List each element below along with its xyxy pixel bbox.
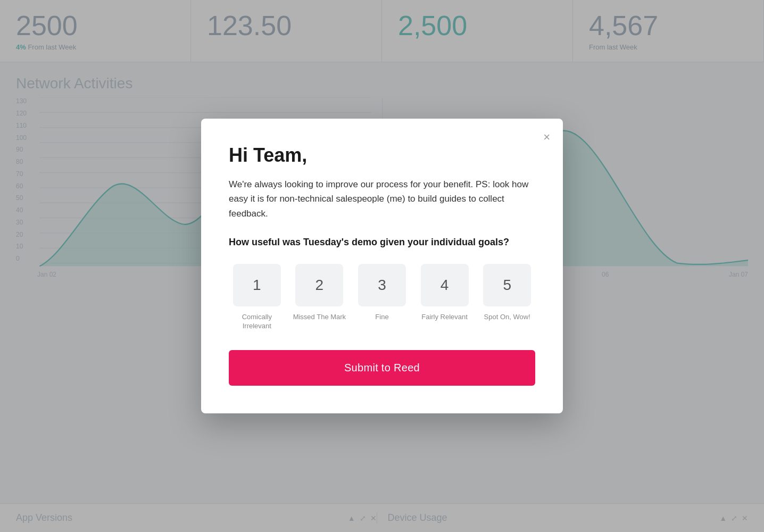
rating-label-1: Comically Irrelevant — [229, 313, 285, 331]
rating-option-4[interactable]: 4Fairly Relevant — [417, 264, 473, 331]
rating-label-2: Missed The Mark — [293, 313, 346, 322]
rating-option-5[interactable]: 5Spot On, Wow! — [479, 264, 535, 331]
rating-box-4: 4 — [421, 264, 469, 306]
feedback-modal: × Hi Team, We're always looking to impro… — [201, 119, 563, 413]
modal-question: How useful was Tuesday's demo given your… — [229, 236, 535, 249]
rating-label-3: Fine — [375, 313, 388, 322]
rating-options: 1Comically Irrelevant2Missed The Mark3Fi… — [229, 264, 535, 331]
rating-option-1[interactable]: 1Comically Irrelevant — [229, 264, 285, 331]
rating-option-3[interactable]: 3Fine — [354, 264, 410, 331]
rating-box-1: 1 — [233, 264, 281, 306]
submit-button[interactable]: Submit to Reed — [229, 350, 535, 386]
modal-close-button[interactable]: × — [541, 129, 552, 145]
rating-label-4: Fairly Relevant — [421, 313, 468, 322]
rating-box-3: 3 — [358, 264, 406, 306]
rating-option-2[interactable]: 2Missed The Mark — [292, 264, 348, 331]
modal-description: We're always looking to improve our proc… — [229, 177, 535, 221]
rating-box-5: 5 — [483, 264, 531, 306]
modal-overlay: × Hi Team, We're always looking to impro… — [0, 0, 764, 532]
modal-title: Hi Team, — [229, 144, 535, 167]
rating-box-2: 2 — [295, 264, 343, 306]
rating-label-5: Spot On, Wow! — [484, 313, 530, 322]
